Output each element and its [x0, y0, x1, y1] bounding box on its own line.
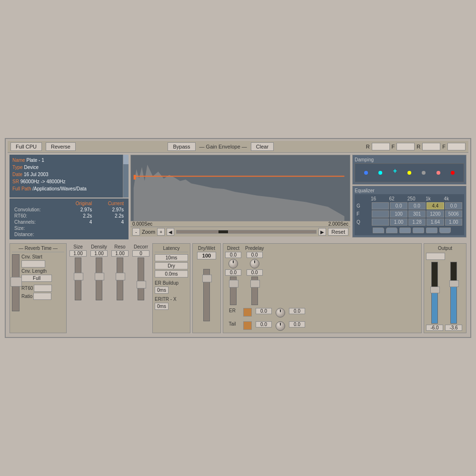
zoom-left-button[interactable]: ◀	[167, 228, 174, 236]
er-icon[interactable]	[243, 308, 252, 317]
er-knob[interactable]	[276, 308, 285, 317]
eq-f-250[interactable]: 301	[408, 210, 426, 218]
time-start: 0.000Sec	[132, 221, 152, 227]
filter-btn-4[interactable]	[413, 228, 424, 233]
direct-label: Direct	[227, 246, 239, 251]
latency-dry-button[interactable]: Dry	[155, 262, 188, 269]
f-input-2[interactable]: 2500	[447, 143, 466, 150]
eq-f-1k[interactable]: 1200	[426, 210, 444, 218]
eq-g-4k[interactable]: 0.0	[445, 202, 462, 209]
output-fader-2-thumb[interactable]	[449, 280, 459, 287]
density-fader-thumb[interactable]	[95, 273, 104, 280]
decorr-fader-track[interactable]	[138, 258, 144, 300]
eq-q-62[interactable]: 1.00	[390, 218, 407, 226]
predelay-fader-track[interactable]	[251, 277, 258, 305]
tail-knob[interactable]	[276, 321, 285, 331]
damping-dot-pink[interactable]	[436, 171, 440, 175]
damping-dot-yellow[interactable]	[407, 171, 411, 175]
er-val1: 0.0	[256, 308, 272, 314]
latency-0ms-button[interactable]: 0.0ms	[155, 270, 188, 278]
damping-dot-blue[interactable]	[364, 171, 368, 175]
tail-icon[interactable]	[243, 321, 252, 330]
eq-f-16[interactable]	[372, 210, 389, 218]
eq-label: Equalizer	[355, 188, 464, 193]
filter-btn-6[interactable]	[439, 228, 451, 233]
stat-label-convolution: Convolution:	[12, 207, 61, 213]
eq-g-250[interactable]: 0.0	[408, 202, 426, 209]
stats-table: Original Current Convolution: 2.97s 2.97…	[10, 198, 129, 239]
damping-display[interactable]: +	[355, 163, 464, 182]
cnv-start-input[interactable]: 0.000s	[21, 260, 45, 268]
damping-dot-gray[interactable]	[422, 171, 426, 175]
reverb-time-title: — Reverb Time —	[12, 246, 64, 252]
info-panel: Name Plate - 1 Type Device Date 16 Jul 2…	[10, 155, 129, 239]
reverb-big-fader	[12, 254, 20, 311]
eq-freq-4k: 4k	[444, 196, 462, 201]
r-input-2[interactable]: 1.00	[422, 143, 440, 150]
size-fader-thumb[interactable]	[74, 273, 83, 280]
output-fader-2-track[interactable]	[450, 262, 457, 324]
eritr-value[interactable]: 0ms	[155, 303, 169, 310]
damping-dot-cyan[interactable]	[378, 171, 382, 175]
eq-f-62[interactable]: 100	[390, 210, 407, 218]
full-button[interactable]: Full	[21, 275, 52, 282]
zoom-plus-button[interactable]: +	[157, 228, 165, 236]
f-input-1[interactable]: 600	[397, 143, 415, 150]
direct-col: Direct 0.0 0.0	[225, 246, 241, 305]
bypass-button[interactable]: Bypass	[168, 142, 195, 151]
info-scrollbar[interactable]	[123, 155, 129, 198]
eq-f-4k[interactable]: 5006	[445, 210, 462, 218]
r-input-1[interactable]: 1.00	[372, 143, 390, 150]
eq-q-4k[interactable]: 1.00	[445, 218, 462, 226]
full-cpu-button[interactable]: Full CPU	[10, 142, 42, 151]
eq-q-16[interactable]	[372, 218, 389, 226]
zoom-thumb[interactable]	[218, 230, 228, 233]
filter-btn-1[interactable]	[373, 228, 384, 233]
filter-btn-2[interactable]	[386, 228, 397, 233]
zoom-minus-button[interactable]: -	[132, 228, 140, 236]
size-fader-track[interactable]	[75, 258, 81, 300]
reset-button[interactable]: Reset	[328, 228, 348, 236]
output-fader-1-thumb[interactable]	[430, 287, 440, 293]
clear-button[interactable]: Clear	[251, 142, 274, 151]
col-original: Original	[61, 200, 94, 207]
reverb-fader-thumb[interactable]	[10, 277, 22, 287]
zoom-slider[interactable]	[176, 230, 317, 234]
filter-btn-5[interactable]	[426, 228, 437, 233]
f-label-2: F	[442, 144, 446, 149]
direct-knob[interactable]	[228, 259, 238, 268]
damping-plus-marker[interactable]: +	[393, 167, 397, 175]
eq-q-1k[interactable]: 1.64	[426, 218, 444, 226]
waveform-time: 0.000Sec 2.000Sec	[130, 221, 350, 227]
drywet-fader-track[interactable]	[203, 269, 210, 321]
eq-g-1k[interactable]: 4.4	[426, 202, 444, 209]
zoom-right-button[interactable]: ▶	[318, 228, 326, 236]
predelay-knob[interactable]	[250, 259, 259, 268]
reverse-button[interactable]: Reverse	[46, 142, 76, 151]
direct-fader-track[interactable]	[230, 277, 237, 305]
reso-fader-track[interactable]	[117, 258, 123, 300]
filter-btn-3[interactable]	[399, 228, 411, 233]
eq-q-250[interactable]: 1.28	[408, 218, 426, 226]
eq-g-16[interactable]	[372, 202, 389, 209]
damping-dot-red[interactable]	[451, 171, 455, 175]
eq-freq-1k: 1k	[426, 196, 444, 201]
predelay-fader-thumb[interactable]	[250, 280, 260, 288]
sr-value: 96000Hz -> 48000Hz	[20, 179, 66, 184]
direct-fader-thumb[interactable]	[229, 280, 238, 288]
waveform-display[interactable]	[130, 155, 350, 221]
stat-orig-distance	[61, 231, 94, 238]
er-buildup-value[interactable]: 0ms	[155, 287, 169, 294]
eq-g-62[interactable]: 0.0	[390, 202, 407, 209]
decorr-fader-thumb[interactable]	[137, 281, 146, 288]
density-fader-track[interactable]	[96, 258, 102, 300]
reso-fader-thumb[interactable]	[116, 273, 125, 280]
latency-10ms-button[interactable]: 10ms	[155, 254, 188, 261]
output-value-input[interactable]: 0.0	[426, 253, 445, 260]
ratio-input[interactable]: 1.00	[33, 293, 51, 300]
output-fader-1-track[interactable]	[431, 262, 438, 324]
drywet-fader-thumb[interactable]	[202, 275, 212, 282]
reverb-fader-track[interactable]	[12, 254, 20, 311]
rt60-input[interactable]: 2.2s	[34, 285, 52, 292]
scroll-thumb[interactable]	[123, 155, 129, 164]
